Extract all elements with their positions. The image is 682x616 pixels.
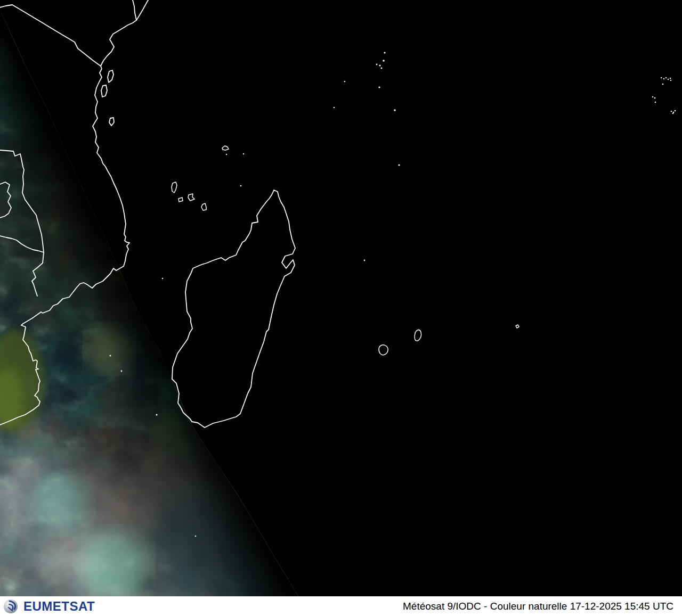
satellite-image-canvas (0, 0, 682, 596)
eumetsat-logo: EUMETSAT (3, 596, 95, 616)
logo-text: EUMETSAT (23, 596, 95, 616)
eumetsat-globe-icon (3, 598, 20, 615)
satellite-image (0, 0, 682, 596)
screenshot-root: EUMETSAT Météosat 9/IODC - Couleur natur… (0, 0, 682, 616)
image-caption: Météosat 9/IODC - Couleur naturelle 17-1… (403, 601, 673, 612)
footer-bar: EUMETSAT Météosat 9/IODC - Couleur natur… (0, 596, 682, 616)
